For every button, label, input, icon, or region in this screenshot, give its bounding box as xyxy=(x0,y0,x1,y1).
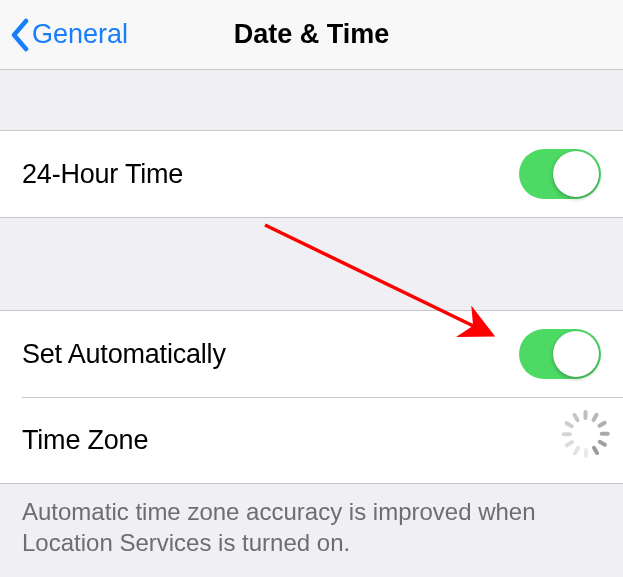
group-auto: Set Automatically Time Zone xyxy=(0,310,623,484)
section-gap xyxy=(0,218,623,310)
toggle-24-hour-time[interactable] xyxy=(519,149,601,199)
toggle-knob xyxy=(553,151,599,197)
loading-spinner-icon xyxy=(567,424,601,458)
back-label: General xyxy=(32,19,128,50)
toggle-knob xyxy=(553,331,599,377)
group-24-hour: 24-Hour Time xyxy=(0,130,623,218)
row-24-hour-time[interactable]: 24-Hour Time xyxy=(0,131,623,217)
toggle-set-automatically[interactable] xyxy=(519,329,601,379)
row-set-automatically[interactable]: Set Automatically xyxy=(0,311,623,397)
footer-note: Automatic time zone accuracy is improved… xyxy=(0,484,623,570)
navbar: General Date & Time xyxy=(0,0,623,70)
chevron-left-icon xyxy=(10,18,30,52)
section-gap xyxy=(0,70,623,130)
row-label: Set Automatically xyxy=(22,339,226,370)
back-button[interactable]: General xyxy=(0,18,128,52)
row-time-zone[interactable]: Time Zone xyxy=(22,397,623,483)
row-label: 24-Hour Time xyxy=(22,159,183,190)
row-label: Time Zone xyxy=(22,425,148,456)
